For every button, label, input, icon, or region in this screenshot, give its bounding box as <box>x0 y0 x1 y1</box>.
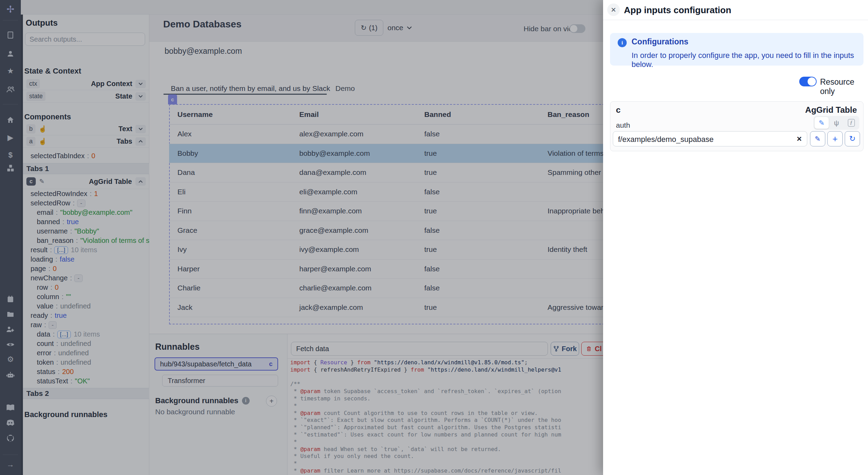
info-icon: i <box>618 38 627 47</box>
add-resource-button[interactable]: + <box>827 131 843 146</box>
auth-resource-input[interactable]: f/examples/demo_supabase ✕ <box>613 131 807 146</box>
static-input-pencil-icon[interactable]: ✎ <box>815 117 829 129</box>
input-mode-segmented-control: ✎ ψ ƒ <box>813 116 859 130</box>
component-id: c <box>616 105 620 115</box>
eval-function-icon[interactable]: ƒ <box>844 117 858 129</box>
resource-only-toggle[interactable] <box>799 77 817 86</box>
auth-field-label: auth <box>616 121 630 129</box>
drawer-divider <box>603 20 868 20</box>
component-input-card: c AgGrid Table ✎ ψ ƒ auth f/examples/dem… <box>610 101 863 151</box>
connect-plug-icon[interactable]: ψ <box>829 117 844 129</box>
edit-resource-button[interactable]: ✎ <box>810 131 825 146</box>
windmill-app-editor: ✢ ★ ▶ $ ⚙ <box>0 0 868 475</box>
auth-resource-value: f/examples/demo_supabase <box>618 135 713 144</box>
drawer-title: App inputs configuration <box>624 5 731 16</box>
close-icon[interactable]: ✕ <box>607 3 620 16</box>
clear-input-icon[interactable]: ✕ <box>796 135 802 143</box>
info-body: In order to properly configure the app, … <box>632 51 863 69</box>
resource-only-label: Resource only <box>820 77 868 96</box>
info-title: Configurations <box>632 37 688 46</box>
refresh-resource-button[interactable]: ↻ <box>845 131 860 146</box>
modal-dim-overlay[interactable] <box>0 0 603 475</box>
app-inputs-drawer: ✕ App inputs configuration i Configurati… <box>603 0 868 475</box>
component-type: AgGrid Table <box>805 105 857 115</box>
configurations-info-box: i Configurations In order to properly co… <box>610 33 863 66</box>
